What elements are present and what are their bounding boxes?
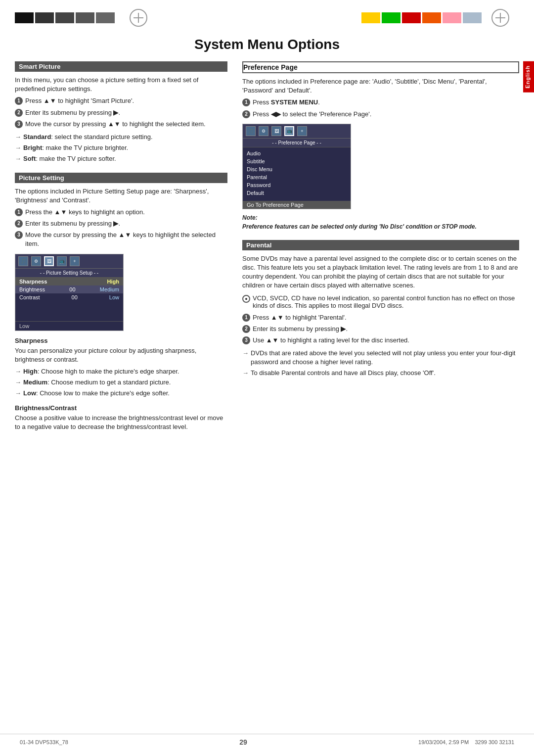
note-box: Note: Preference features can be selecte… [242, 214, 519, 231]
brightness-num: 00 [69, 286, 75, 292]
brightness-val: Medium [100, 286, 119, 292]
parental-num-2: 2 [242, 325, 250, 333]
pref-icon-5: + [297, 126, 307, 136]
red-block [402, 12, 421, 23]
pref-num-2: 2 [242, 110, 250, 118]
parental-section: Parental Some DVDs may have a parental l… [242, 240, 519, 378]
smart-picture-section: Smart Picture In this menu, you can choo… [15, 61, 227, 164]
ps-step-1: 1 Press the ▲▼ keys to highlight an opti… [15, 208, 227, 217]
ps-step-2: 2 Enter its submenu by pressing ▶. [15, 219, 227, 228]
sharpness-low-text: Low: Choose low to make the picture's ed… [23, 389, 170, 398]
contrast-label: Contrast [19, 294, 40, 300]
footer-right: 19/03/2004, 2:59 PM 3299 300 32131 [418, 739, 514, 745]
pref-item-subtitle: Subtitle [247, 157, 347, 165]
menu-icon-4: 📺 [57, 256, 67, 266]
pref-icon-3: 🖼 [271, 126, 281, 136]
preference-page-intro: The options included in Preference page … [242, 77, 519, 95]
picture-setting-intro: The options included in Picture Setting … [15, 187, 227, 205]
crosshair-right [491, 9, 509, 27]
parental-steps: 1 Press ▲▼ to highlight 'Parental'. 2 En… [242, 313, 519, 345]
smart-step-3: 3 Move the cursor by pressing ▲▼ to high… [15, 120, 227, 129]
black-color-blocks [15, 12, 115, 23]
parental-step-2: 2 Enter its submenu by pressing ▶. [242, 325, 519, 333]
pref-icon-1: 🎵 [246, 126, 256, 136]
smart-step-2-text: Enter its submenu by pressing ▶. [25, 108, 120, 117]
parental-step-1: 1 Press ▲▼ to highlight 'Parental'. [242, 313, 519, 322]
left-column: Smart Picture In this menu, you can choo… [15, 61, 227, 440]
sharpness-subheader: Sharpness [15, 337, 227, 344]
parental-arrow-icon-1: → [242, 349, 249, 358]
parental-step-2-text: Enter its submenu by pressing ▶. [253, 325, 348, 333]
sharpness-medium-text: Medium: Choose medium to get a standard … [23, 378, 171, 387]
pref-menu-icons: 🎵 ⚙ 🖼 📺 + [243, 124, 351, 139]
ps-num-2: 2 [15, 220, 23, 228]
menu-icon-5: + [70, 256, 80, 266]
color-blocks-right [361, 12, 482, 23]
preference-page-header-text: Preference Page [243, 63, 298, 71]
contrast-num: 00 [72, 294, 78, 300]
yellow-block [361, 12, 380, 23]
parental-bullet-text: VCD, SVCD, CD have no level indication, … [253, 294, 519, 309]
sharpness-low: → Low: Choose low to make the picture's … [15, 389, 227, 398]
top-decoration-bar [0, 0, 534, 32]
pref-item-password: Password [247, 181, 347, 189]
sharpness-val: High [107, 279, 119, 284]
smart-standard-text: Standard: select the standard picture se… [23, 133, 153, 142]
green-block [382, 12, 400, 23]
brightness-subheader: Brightness/Contrast [15, 404, 227, 412]
menu-title: - - Picture Setting Setup - - [15, 269, 123, 278]
pref-icon-4: 📺 [284, 126, 294, 136]
smart-arrow-standard: → Standard: select the standard picture … [15, 133, 227, 142]
preference-steps: 1 Press SYSTEM MENU. 2 Press ◀▶ to selec… [242, 98, 519, 118]
contrast-val: Low [109, 294, 119, 300]
pref-item-audio: Audio [247, 149, 347, 157]
smart-arrow-soft: → Soft: make the TV picture softer. [15, 154, 227, 163]
smart-step-1: 1 Press ▲▼ to highlight 'Smart Picture'. [15, 96, 227, 105]
pref-item-default: Default [247, 189, 347, 197]
parental-header: Parental [242, 240, 519, 250]
parental-arrow-1-text: DVDs that are rated above the level you … [251, 349, 519, 367]
sharpness-label: Sharpness [19, 279, 47, 284]
menu-brightness-row: Brightness 00 Medium [15, 285, 123, 293]
parental-step-3-text: Use ▲▼ to highlight a rating level for t… [253, 336, 409, 345]
pref-goto: Go To Preference Page [243, 201, 351, 209]
english-tab: English [523, 61, 534, 93]
sharpness-high-text: High: Choose high to make the picture's … [23, 367, 179, 376]
smart-picture-intro: In this menu, you can choose a picture s… [15, 76, 227, 94]
right-column: English Preference Page The options incl… [242, 61, 519, 440]
menu-icon-3: 🖼 [44, 256, 54, 266]
sharpness-high: → High: Choose high to make the picture'… [15, 367, 227, 376]
menu-icon-2: ⚙ [31, 256, 41, 266]
parental-num-3: 3 [242, 336, 250, 344]
black-block-2 [35, 12, 54, 23]
pref-menu-items: Audio Subtitle Disc Menu Parental Passwo… [243, 147, 351, 199]
parental-num-1: 1 [242, 314, 250, 322]
parental-step-1-text: Press ▲▼ to highlight 'Parental'. [253, 313, 347, 322]
ps-step-3: 3 Move the cursor by pressing the ▲▼ key… [15, 231, 227, 248]
parental-arrow-1: → DVDs that are rated above the level yo… [242, 349, 519, 367]
ps-num-3: 3 [15, 231, 23, 239]
menu-footer: Low [15, 321, 123, 331]
parental-bullet-item: ● VCD, SVCD, CD have no level indication… [242, 294, 519, 309]
smart-step-2: 2 Enter its submenu by pressing ▶. [15, 108, 227, 117]
menu-icon-1: 🎵 [18, 256, 28, 266]
picture-setting-menu: 🎵 ⚙ 🖼 📺 + - - Picture Setting Setup - - … [15, 254, 124, 331]
note-label: Note: [242, 214, 519, 221]
black-block-3 [55, 12, 74, 23]
menu-empty-space [15, 301, 123, 321]
orange-block [422, 12, 441, 23]
menu-contrast-row: Contrast 00 Low [15, 293, 123, 301]
footer-left: 01-34 DVP533K_78 [20, 739, 68, 745]
page-footer: 01-34 DVP533K_78 29 19/03/2004, 2:59 PM … [0, 734, 534, 746]
arrow-icon-low: → [15, 389, 21, 398]
sharpness-text: You can personalize your picture colour … [15, 346, 227, 364]
smart-picture-steps: 1 Press ▲▼ to highlight 'Smart Picture'.… [15, 96, 227, 129]
arrow-icon-high: → [15, 367, 21, 376]
parental-arrow-2-text: To disable Parental controls and have al… [251, 369, 436, 378]
menu-sharpness-row: Sharpness High [15, 278, 123, 285]
black-block-5 [96, 12, 115, 23]
ps-step-2-text: Enter its submenu by pressing ▶. [25, 219, 120, 228]
bullet-circle: ● [242, 295, 250, 303]
parental-arrow-icon-2: → [242, 369, 249, 378]
pink-block [443, 12, 461, 23]
